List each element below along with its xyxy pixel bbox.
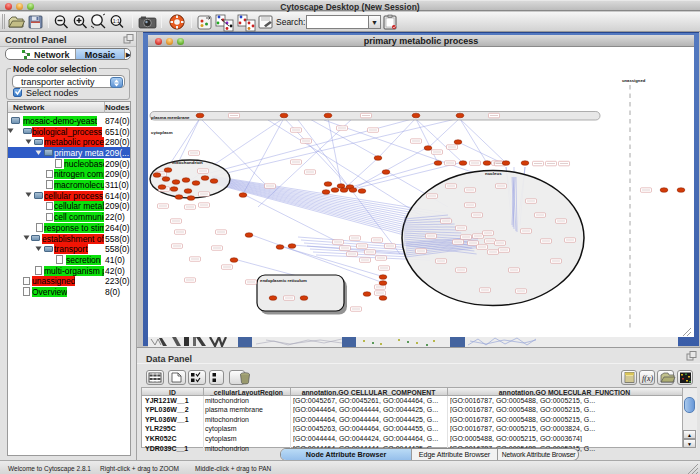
svg-text:nucleus: nucleus [485, 171, 502, 176]
svg-text:unassigned: unassigned [622, 78, 646, 83]
svg-text:endoplasmic reticulum: endoplasmic reticulum [260, 278, 307, 283]
svg-text:1:1: 1:1 [113, 18, 120, 24]
svg-text:f(x): f(x) [642, 374, 653, 383]
svg-text:plasma membrane: plasma membrane [151, 115, 190, 120]
svg-text:cytoplasm: cytoplasm [151, 130, 173, 135]
svg-text:mitochondrion: mitochondrion [172, 160, 203, 165]
